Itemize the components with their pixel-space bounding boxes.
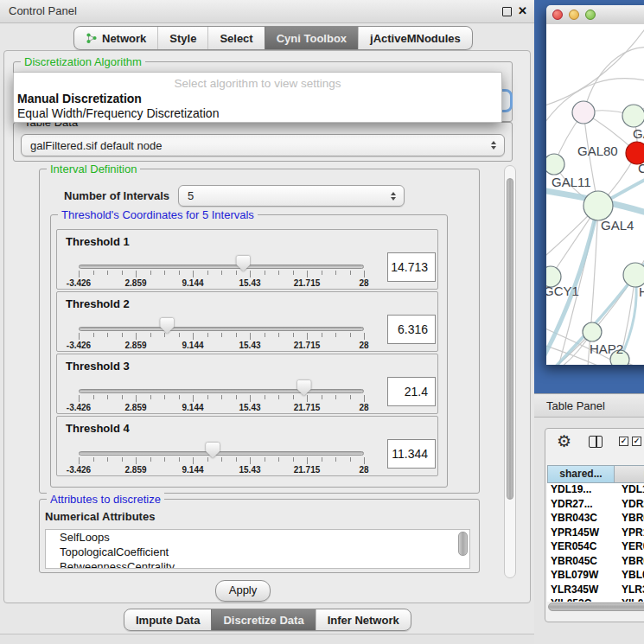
close-icon[interactable]: ✕ xyxy=(518,3,527,19)
close-traffic-light-icon[interactable] xyxy=(552,10,563,20)
cell-shared-name: YBR045C xyxy=(547,555,615,570)
screen: Control Panel ✕ NetworkStyleSelectCyni T… xyxy=(0,0,644,644)
threshold-panel: Threshold 2-3.4262.8599.14415.4321.71528… xyxy=(56,291,438,352)
threshold-value-field[interactable]: 11.344 xyxy=(387,439,436,469)
tab-impute-data[interactable]: Impute Data xyxy=(124,609,211,630)
node-label: GAL11 xyxy=(552,175,591,189)
threshold-label: Threshold 2 xyxy=(66,297,130,310)
network-window-titlebar xyxy=(546,5,644,25)
table-header-row: shared... n xyxy=(547,465,644,483)
settings-vertical-scrollbar[interactable] xyxy=(504,165,516,578)
table-rows: YDL19...YDL1YDR27...YDR2YBR043CYBR0YPR14… xyxy=(547,483,644,602)
threshold-value-field[interactable]: 14.713 xyxy=(387,252,436,282)
slider-thumb-shape xyxy=(160,318,174,334)
threshold-panel: Threshold 3-3.4262.8599.14415.4321.71528… xyxy=(56,354,438,414)
table-row[interactable]: YPR145WYPR1 xyxy=(547,526,644,541)
slider-thumb-shape xyxy=(206,443,220,458)
attribute-list-item[interactable]: SelfLoops xyxy=(46,530,469,545)
combo-spinner-icon[interactable] xyxy=(491,141,496,150)
slider-thumb[interactable] xyxy=(206,443,220,458)
float-window-icon[interactable] xyxy=(502,7,512,16)
cell-name: YBL0 xyxy=(615,569,644,583)
tick-label: 2.859 xyxy=(124,341,146,350)
attribute-list-item[interactable]: BetweennessCentrality xyxy=(46,559,469,569)
network-node-hap2[interactable] xyxy=(583,322,602,341)
tick-label: -3.426 xyxy=(67,465,91,475)
slider-thumb[interactable] xyxy=(297,380,311,396)
combo-spinner-icon[interactable] xyxy=(391,192,396,201)
column-header-name[interactable]: n xyxy=(615,465,644,483)
apply-button[interactable]: Apply xyxy=(215,580,271,602)
tick-label: 9.144 xyxy=(182,403,203,412)
algorithm-dropdown-popup: Select algorithm to view settings Manual… xyxy=(13,72,502,123)
interval-definition-title: Interval Definition xyxy=(47,165,140,175)
table-row[interactable]: YLR345WYLR3 xyxy=(547,583,644,598)
tab-style[interactable]: Style xyxy=(157,27,207,49)
column-header-shared-name[interactable]: shared... xyxy=(547,465,615,483)
tab-network[interactable]: Network xyxy=(74,27,157,49)
tick-label: 21.715 xyxy=(294,278,321,288)
table-row[interactable]: YDL19...YDL1 xyxy=(547,483,644,498)
tab-cyni-toolbox[interactable]: Cyni Toolbox xyxy=(265,27,358,49)
table-data-combo[interactable]: galFiltered.sif default node xyxy=(21,134,505,156)
control-panel-window: Control Panel ✕ NetworkStyleSelectCyni T… xyxy=(0,0,535,644)
slider-ticks xyxy=(79,395,365,403)
numerical-attributes-list[interactable]: SelfLoopsTopologicalCoefficientBetweenne… xyxy=(45,529,470,569)
list-scrollbar[interactable] xyxy=(458,532,468,556)
cell-shared-name: YBR043C xyxy=(547,512,615,526)
tick-label: 15.43 xyxy=(239,278,260,288)
tab-discretize-data[interactable]: Discretize Data xyxy=(211,609,315,630)
tick-label: 15.43 xyxy=(239,403,260,412)
table-row[interactable]: YER054CYER0 xyxy=(547,540,644,555)
table-horizontal-scrollbar[interactable] xyxy=(547,602,644,612)
tab-infer-network[interactable]: Infer Network xyxy=(316,609,411,630)
attribute-list-item[interactable]: TopologicalCoefficient xyxy=(46,545,469,559)
slider-track[interactable] xyxy=(79,451,364,456)
tick-label: 15.43 xyxy=(239,341,260,350)
cell-shared-name: YDR27... xyxy=(547,498,615,513)
cell-shared-name: YBL079W xyxy=(547,569,615,583)
thresholds-group: Threshold's Coordinates for 5 Intervals … xyxy=(50,214,448,488)
network-node-gal11[interactable] xyxy=(546,154,564,175)
threshold-value-field[interactable]: 21.4 xyxy=(387,377,436,406)
tick-label: 21.715 xyxy=(294,465,321,475)
node-label: GA xyxy=(633,126,644,141)
tab-label: Infer Network xyxy=(328,614,399,627)
algorithm-option-manual[interactable]: Manual Discretization xyxy=(17,92,498,105)
zoom-traffic-light-icon[interactable] xyxy=(585,10,596,20)
algorithm-option-equal-width[interactable]: Equal Width/Frequency Discretization xyxy=(17,106,498,120)
network-canvas[interactable]: GAL80GACGAL11GAL4GCY1HHAP2 xyxy=(546,24,644,365)
split-columns-icon[interactable] xyxy=(589,436,603,448)
threshold-value-field[interactable]: 6.316 xyxy=(387,315,436,344)
table-toolbar: ⚙ ✓ ✓ xyxy=(545,429,644,456)
checked-box-icon[interactable]: ✓ xyxy=(632,437,641,446)
tick-label: 9.144 xyxy=(182,465,203,475)
network-view-window: GAL80GACGAL11GAL4GCY1HHAP2 xyxy=(546,5,644,365)
network-node-h[interactable] xyxy=(623,263,644,287)
slider-track[interactable] xyxy=(79,265,364,269)
network-node-gal4[interactable] xyxy=(583,191,613,220)
tab-select[interactable]: Select xyxy=(207,27,264,49)
tab-jactivemnodules[interactable]: jActiveMNodules xyxy=(358,27,472,49)
tick-label: 28 xyxy=(359,465,368,475)
slider-track[interactable] xyxy=(79,389,364,393)
tab-label: Style xyxy=(169,32,196,45)
table-row[interactable]: YDR27...YDR2 xyxy=(547,498,644,513)
slider-thumb[interactable] xyxy=(236,256,250,271)
table-row[interactable]: YBL079WYBL0 xyxy=(547,569,644,583)
slider-track[interactable] xyxy=(79,327,364,331)
table-panel: Table Panel ⚙ ✓ ✓ shared... n YDL19...YD… xyxy=(534,393,644,644)
network-node-gal80[interactable] xyxy=(572,101,595,124)
number-of-intervals-label: Number of Intervals xyxy=(64,189,169,202)
minimize-traffic-light-icon[interactable] xyxy=(569,10,579,20)
cell-name: YER0 xyxy=(615,540,644,555)
table-row[interactable]: YBR043CYBR0 xyxy=(547,512,644,526)
bottom-tab-bar: Impute DataDiscretize DataInfer Network xyxy=(124,609,411,631)
checked-box-icon[interactable]: ✓ xyxy=(619,437,628,446)
tick-label: -3.426 xyxy=(67,278,91,288)
number-of-intervals-combo[interactable]: 5 xyxy=(178,185,405,207)
table-row[interactable]: YBR045CYBR0 xyxy=(547,555,644,570)
network-node-ga[interactable] xyxy=(622,105,644,127)
slider-thumb[interactable] xyxy=(160,318,174,334)
gear-icon[interactable]: ⚙ xyxy=(557,431,571,451)
